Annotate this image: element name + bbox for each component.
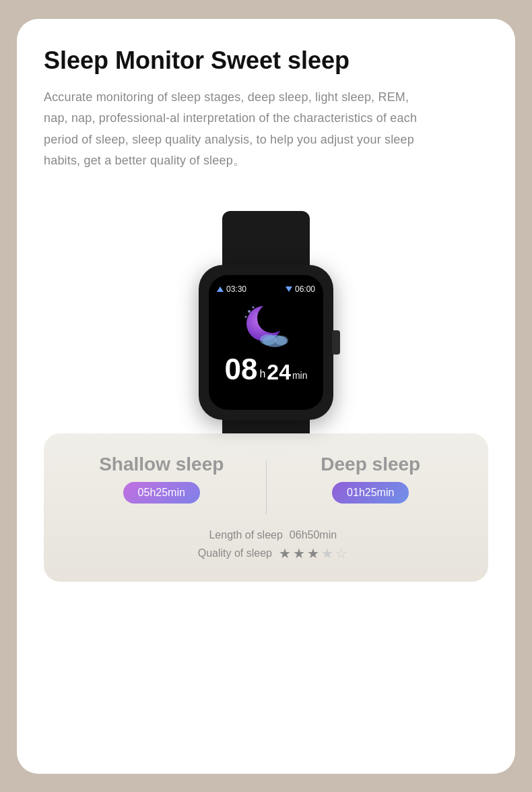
bottom-section: Shallow sleep 05h25min Deep sleep 01h25m… bbox=[44, 433, 488, 582]
watch-area: 03:30 06:00 bbox=[44, 191, 488, 474]
main-card: Sleep Monitor Sweet sleep Accurate monit… bbox=[17, 19, 515, 774]
shallow-sleep-section: Shallow sleep 05h25min bbox=[57, 454, 266, 504]
sleep-h-label: h bbox=[259, 368, 265, 380]
deep-sleep-label: Deep sleep bbox=[321, 454, 420, 475]
shallow-sleep-badge: 05h25min bbox=[123, 482, 200, 504]
sleep-hours: 08 bbox=[224, 355, 257, 384]
moon-illustration bbox=[236, 302, 296, 349]
triangle-up-icon bbox=[217, 286, 224, 292]
star-4: ★ bbox=[321, 545, 333, 561]
time-end-value: 06:00 bbox=[295, 284, 315, 294]
deep-sleep-section: Deep sleep 01h25min bbox=[267, 454, 475, 504]
watch-time-start: 03:30 bbox=[217, 284, 246, 294]
svg-point-5 bbox=[255, 313, 257, 315]
sleep-minutes: 24 bbox=[267, 361, 291, 383]
deep-sleep-badge: 01h25min bbox=[332, 482, 409, 504]
length-value: 06h50min bbox=[290, 529, 337, 541]
quality-label: Quality of sleep bbox=[185, 547, 272, 559]
watch-band-top bbox=[222, 211, 310, 265]
watch-sleep-time: 08 h 24 min bbox=[224, 355, 307, 384]
sleep-min-label: min bbox=[292, 370, 308, 381]
svg-point-8 bbox=[275, 336, 288, 345]
quality-stat-row: Quality of sleep ★ ★ ★ ★ ☆ bbox=[185, 545, 347, 561]
svg-point-4 bbox=[245, 315, 247, 317]
watch-body: 03:30 06:00 bbox=[199, 265, 333, 420]
svg-point-3 bbox=[253, 306, 255, 308]
triangle-down-icon bbox=[286, 286, 292, 292]
length-stat-row: Length of sleep 06h50min bbox=[195, 529, 337, 541]
watch-time-row: 03:30 06:00 bbox=[217, 284, 315, 294]
watch-screen: 03:30 06:00 bbox=[209, 275, 323, 410]
star-3: ★ bbox=[307, 545, 319, 561]
sleep-types-row: Shallow sleep 05h25min Deep sleep 01h25m… bbox=[57, 454, 475, 514]
watch-crown bbox=[332, 330, 340, 355]
sleep-stats: Length of sleep 06h50min Quality of slee… bbox=[57, 529, 475, 561]
svg-point-7 bbox=[260, 334, 276, 345]
page-title: Sleep Monitor Sweet sleep bbox=[44, 46, 350, 75]
shallow-sleep-label: Shallow sleep bbox=[99, 454, 224, 475]
star-2: ★ bbox=[293, 545, 305, 561]
length-label: Length of sleep bbox=[195, 529, 283, 541]
star-5: ☆ bbox=[335, 545, 347, 561]
star-1: ★ bbox=[279, 545, 291, 561]
time-start-value: 03:30 bbox=[226, 284, 246, 294]
svg-point-1 bbox=[257, 303, 287, 333]
svg-point-2 bbox=[248, 310, 251, 313]
quality-stars: ★ ★ ★ ★ ☆ bbox=[279, 545, 347, 561]
watch-time-end: 06:00 bbox=[286, 284, 315, 294]
description-text: Accurate monitoring of sleep stages, dee… bbox=[44, 87, 421, 172]
